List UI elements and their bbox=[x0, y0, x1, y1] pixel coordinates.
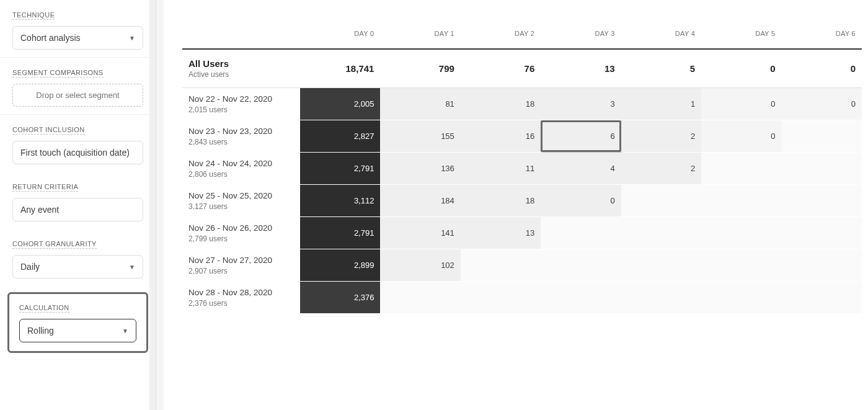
cohort-cell[interactable]: 1 bbox=[621, 88, 701, 120]
cohort-cell[interactable] bbox=[782, 153, 862, 185]
cohort-range: Nov 28 - Nov 28, 2020 bbox=[188, 288, 294, 297]
inclusion-select[interactable]: First touch (acquisition date) bbox=[12, 141, 143, 164]
return-select[interactable]: Any event bbox=[12, 198, 143, 221]
cohort-cell[interactable]: 4 bbox=[541, 153, 621, 185]
cohort-cell[interactable]: 2,899 bbox=[300, 249, 380, 282]
row-header: Nov 25 - Nov 25, 20203,127 users bbox=[182, 185, 300, 217]
cohort-cell[interactable]: 3,112 bbox=[300, 185, 380, 217]
cohort-content: DAY 0DAY 1DAY 2DAY 3DAY 4DAY 5DAY 6 All … bbox=[164, 0, 868, 410]
table-row: Nov 24 - Nov 24, 20202,806 users2,791136… bbox=[182, 153, 862, 185]
cohort-cell[interactable] bbox=[782, 249, 862, 282]
segment-label: SEGMENT COMPARISONS bbox=[12, 69, 104, 78]
cohort-cell[interactable]: 2,827 bbox=[300, 120, 380, 153]
cohort-cell[interactable]: 2 bbox=[621, 120, 701, 153]
cohort-cell[interactable]: 13 bbox=[461, 217, 541, 249]
cohort-cell[interactable] bbox=[701, 282, 781, 314]
cohort-cell[interactable]: 0 bbox=[541, 185, 621, 217]
cohort-cell[interactable] bbox=[380, 282, 460, 314]
cohort-range: Nov 26 - Nov 26, 2020 bbox=[188, 223, 294, 233]
table-row: Nov 22 - Nov 22, 20202,015 users2,005811… bbox=[182, 88, 862, 120]
cohort-cell[interactable]: 2,376 bbox=[300, 282, 380, 314]
technique-select[interactable]: Cohort analysis ▼ bbox=[12, 26, 143, 50]
cohort-cell[interactable]: 136 bbox=[380, 153, 460, 185]
cohort-cell[interactable] bbox=[701, 217, 781, 249]
summary-value: 5 bbox=[621, 49, 701, 88]
row-header: Nov 22 - Nov 22, 20202,015 users bbox=[182, 88, 300, 120]
summary-row: All UsersActive users18,7417997613500 bbox=[182, 49, 862, 88]
cohort-cell[interactable] bbox=[782, 217, 862, 249]
cohort-cell[interactable] bbox=[701, 249, 781, 282]
inclusion-label: COHORT INCLUSION bbox=[12, 126, 85, 135]
summary-value: 0 bbox=[701, 49, 781, 88]
cohort-cell[interactable]: 2,791 bbox=[300, 153, 380, 185]
cohort-users: 2,907 users bbox=[188, 267, 294, 275]
panel-divider bbox=[156, 0, 164, 410]
technique-section: TECHNIQUE Cohort analysis ▼ bbox=[0, 0, 156, 58]
cohort-cell[interactable]: 6 bbox=[541, 120, 621, 153]
cohort-cell[interactable] bbox=[541, 249, 621, 282]
cohort-cell[interactable] bbox=[541, 282, 621, 314]
cohort-range: Nov 24 - Nov 24, 2020 bbox=[188, 159, 294, 168]
segment-dropzone[interactable]: Drop or select segment bbox=[12, 84, 143, 107]
table-row: Nov 23 - Nov 23, 20202,843 users2,827155… bbox=[182, 120, 862, 153]
chevron-down-icon: ▼ bbox=[122, 328, 128, 334]
cohort-cell[interactable] bbox=[621, 185, 701, 217]
column-header: DAY 0 bbox=[300, 25, 380, 49]
column-header-blank bbox=[182, 25, 300, 49]
row-header: Nov 28 - Nov 28, 20202,376 users bbox=[182, 282, 300, 314]
table-row: Nov 25 - Nov 25, 20203,127 users3,112184… bbox=[182, 185, 862, 217]
return-section: RETURN CRITERIA Any event bbox=[0, 172, 156, 229]
cohort-cell[interactable] bbox=[621, 282, 701, 314]
table-row: Nov 26 - Nov 26, 20202,799 users2,791141… bbox=[182, 217, 862, 249]
cohort-cell[interactable] bbox=[621, 217, 701, 249]
cohort-cell[interactable]: 155 bbox=[380, 120, 460, 153]
cohort-cell[interactable]: 2,005 bbox=[300, 88, 380, 120]
sidebar-scrollbar[interactable] bbox=[149, 0, 156, 410]
granularity-select[interactable]: Daily ▼ bbox=[12, 255, 143, 279]
cohort-cell[interactable]: 141 bbox=[380, 217, 460, 249]
chevron-down-icon: ▼ bbox=[129, 35, 135, 42]
cohort-cell[interactable] bbox=[621, 249, 701, 282]
summary-value: 13 bbox=[541, 49, 621, 88]
granularity-value: Daily bbox=[20, 262, 40, 272]
cohort-cell[interactable]: 18 bbox=[461, 88, 541, 120]
cohort-cell[interactable]: 16 bbox=[461, 120, 541, 153]
row-header: Nov 26 - Nov 26, 20202,799 users bbox=[182, 217, 300, 249]
cohort-cell[interactable]: 2,791 bbox=[300, 217, 380, 249]
cohort-cell[interactable]: 81 bbox=[380, 88, 460, 120]
cohort-cell[interactable]: 18 bbox=[461, 185, 541, 217]
summary-value: 18,741 bbox=[300, 49, 380, 88]
cohort-cell[interactable] bbox=[461, 249, 541, 282]
cohort-cell[interactable] bbox=[701, 153, 781, 185]
cohort-cell[interactable]: 11 bbox=[461, 153, 541, 185]
cohort-users: 2,015 users bbox=[188, 105, 294, 114]
summary-value: 76 bbox=[461, 49, 541, 88]
cohort-cell[interactable] bbox=[782, 185, 862, 217]
cohort-cell[interactable]: 3 bbox=[541, 88, 621, 120]
calculation-select[interactable]: Rolling ▼ bbox=[19, 319, 136, 342]
cohort-cell[interactable] bbox=[541, 217, 621, 249]
cohort-cell[interactable]: 0 bbox=[701, 88, 781, 120]
cohort-cell[interactable] bbox=[782, 120, 862, 153]
cohort-users: 2,799 users bbox=[188, 234, 294, 243]
cohort-cell[interactable] bbox=[701, 185, 781, 217]
table-row: Nov 28 - Nov 28, 20202,376 users2,376 bbox=[182, 282, 862, 314]
column-header: DAY 5 bbox=[701, 25, 781, 49]
row-header: Nov 27 - Nov 27, 20202,907 users bbox=[182, 249, 300, 282]
cohort-users: 2,806 users bbox=[188, 170, 294, 179]
cohort-cell[interactable]: 102 bbox=[380, 249, 460, 282]
summary-title: All Users bbox=[188, 58, 294, 69]
segment-section: SEGMENT COMPARISONS Drop or select segme… bbox=[0, 58, 156, 115]
cohort-table: DAY 0DAY 1DAY 2DAY 3DAY 4DAY 5DAY 6 All … bbox=[182, 25, 862, 314]
cohort-cell[interactable] bbox=[782, 282, 862, 314]
cohort-range: Nov 22 - Nov 22, 2020 bbox=[188, 94, 294, 104]
row-header: Nov 24 - Nov 24, 20202,806 users bbox=[182, 153, 300, 185]
cohort-cell[interactable]: 0 bbox=[782, 88, 862, 120]
summary-title-cell: All UsersActive users bbox=[182, 49, 300, 88]
column-header: DAY 3 bbox=[541, 25, 621, 49]
cohort-cell[interactable] bbox=[461, 282, 541, 314]
table-row: Nov 27 - Nov 27, 20202,907 users2,899102 bbox=[182, 249, 862, 282]
cohort-cell[interactable]: 184 bbox=[380, 185, 460, 217]
cohort-cell[interactable]: 0 bbox=[701, 120, 781, 153]
cohort-cell[interactable]: 2 bbox=[621, 153, 701, 185]
